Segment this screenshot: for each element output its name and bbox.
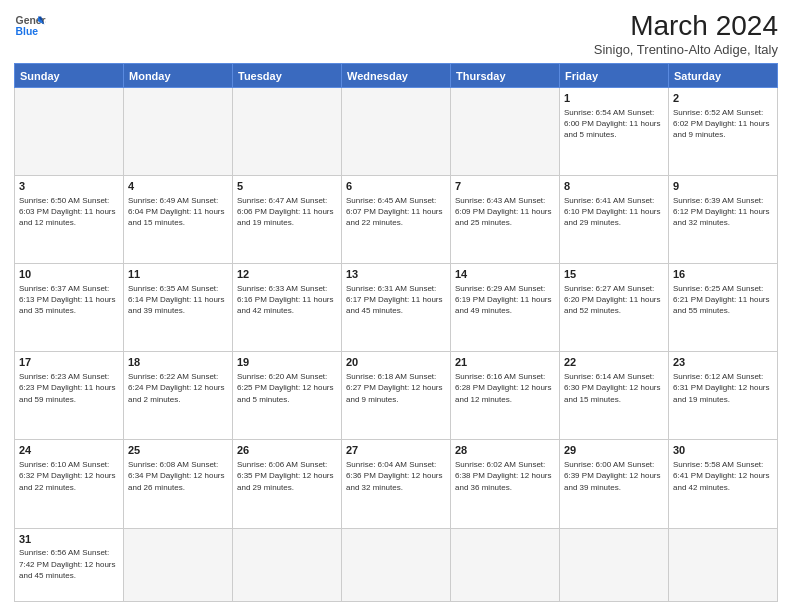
day-info: Sunrise: 6:06 AM Sunset: 6:35 PM Dayligh… [237, 459, 337, 493]
day-number: 11 [128, 267, 228, 282]
day-number: 31 [19, 532, 119, 547]
day-info: Sunrise: 6:39 AM Sunset: 6:12 PM Dayligh… [673, 195, 773, 229]
day-info: Sunrise: 6:23 AM Sunset: 6:23 PM Dayligh… [19, 371, 119, 405]
week-row-4: 24Sunrise: 6:10 AM Sunset: 6:32 PM Dayli… [15, 440, 778, 528]
day-number: 14 [455, 267, 555, 282]
calendar-cell: 19Sunrise: 6:20 AM Sunset: 6:25 PM Dayli… [233, 352, 342, 440]
svg-text:Blue: Blue [16, 26, 39, 37]
day-number: 7 [455, 179, 555, 194]
calendar-cell: 4Sunrise: 6:49 AM Sunset: 6:04 PM Daylig… [124, 176, 233, 264]
weekday-header-sunday: Sunday [15, 64, 124, 88]
day-info: Sunrise: 6:14 AM Sunset: 6:30 PM Dayligh… [564, 371, 664, 405]
calendar-cell [560, 528, 669, 601]
day-number: 16 [673, 267, 773, 282]
calendar-cell: 18Sunrise: 6:22 AM Sunset: 6:24 PM Dayli… [124, 352, 233, 440]
day-number: 3 [19, 179, 119, 194]
day-info: Sunrise: 6:54 AM Sunset: 6:00 PM Dayligh… [564, 107, 664, 141]
day-info: Sunrise: 6:02 AM Sunset: 6:38 PM Dayligh… [455, 459, 555, 493]
calendar-cell [451, 528, 560, 601]
weekday-header-row: SundayMondayTuesdayWednesdayThursdayFrid… [15, 64, 778, 88]
day-number: 12 [237, 267, 337, 282]
calendar-cell: 3Sunrise: 6:50 AM Sunset: 6:03 PM Daylig… [15, 176, 124, 264]
day-info: Sunrise: 6:20 AM Sunset: 6:25 PM Dayligh… [237, 371, 337, 405]
calendar-cell: 7Sunrise: 6:43 AM Sunset: 6:09 PM Daylig… [451, 176, 560, 264]
calendar-cell: 30Sunrise: 5:58 AM Sunset: 6:41 PM Dayli… [669, 440, 778, 528]
day-number: 24 [19, 443, 119, 458]
weekday-header-tuesday: Tuesday [233, 64, 342, 88]
logo: General Blue [14, 10, 46, 42]
calendar-cell: 27Sunrise: 6:04 AM Sunset: 6:36 PM Dayli… [342, 440, 451, 528]
calendar-cell: 6Sunrise: 6:45 AM Sunset: 6:07 PM Daylig… [342, 176, 451, 264]
week-row-3: 17Sunrise: 6:23 AM Sunset: 6:23 PM Dayli… [15, 352, 778, 440]
day-info: Sunrise: 6:18 AM Sunset: 6:27 PM Dayligh… [346, 371, 446, 405]
weekday-header-wednesday: Wednesday [342, 64, 451, 88]
calendar-cell: 12Sunrise: 6:33 AM Sunset: 6:16 PM Dayli… [233, 264, 342, 352]
day-info: Sunrise: 6:41 AM Sunset: 6:10 PM Dayligh… [564, 195, 664, 229]
calendar-cell: 9Sunrise: 6:39 AM Sunset: 6:12 PM Daylig… [669, 176, 778, 264]
week-row-5: 31Sunrise: 6:56 AM Sunset: 7:42 PM Dayli… [15, 528, 778, 601]
calendar-cell: 22Sunrise: 6:14 AM Sunset: 6:30 PM Dayli… [560, 352, 669, 440]
week-row-1: 3Sunrise: 6:50 AM Sunset: 6:03 PM Daylig… [15, 176, 778, 264]
calendar-cell: 28Sunrise: 6:02 AM Sunset: 6:38 PM Dayli… [451, 440, 560, 528]
day-number: 2 [673, 91, 773, 106]
day-info: Sunrise: 6:25 AM Sunset: 6:21 PM Dayligh… [673, 283, 773, 317]
calendar-cell: 26Sunrise: 6:06 AM Sunset: 6:35 PM Dayli… [233, 440, 342, 528]
week-row-2: 10Sunrise: 6:37 AM Sunset: 6:13 PM Dayli… [15, 264, 778, 352]
page: General Blue March 2024 Sinigo, Trentino… [0, 0, 792, 612]
title-block: March 2024 Sinigo, Trentino-Alto Adige, … [594, 10, 778, 57]
day-number: 18 [128, 355, 228, 370]
day-info: Sunrise: 6:37 AM Sunset: 6:13 PM Dayligh… [19, 283, 119, 317]
subtitle: Sinigo, Trentino-Alto Adige, Italy [594, 42, 778, 57]
calendar-cell: 16Sunrise: 6:25 AM Sunset: 6:21 PM Dayli… [669, 264, 778, 352]
calendar-cell [233, 528, 342, 601]
calendar-cell [124, 528, 233, 601]
calendar-cell: 1Sunrise: 6:54 AM Sunset: 6:00 PM Daylig… [560, 88, 669, 176]
day-number: 20 [346, 355, 446, 370]
calendar-cell: 17Sunrise: 6:23 AM Sunset: 6:23 PM Dayli… [15, 352, 124, 440]
header: General Blue March 2024 Sinigo, Trentino… [14, 10, 778, 57]
day-number: 19 [237, 355, 337, 370]
day-info: Sunrise: 6:16 AM Sunset: 6:28 PM Dayligh… [455, 371, 555, 405]
day-number: 9 [673, 179, 773, 194]
day-info: Sunrise: 6:29 AM Sunset: 6:19 PM Dayligh… [455, 283, 555, 317]
day-info: Sunrise: 6:00 AM Sunset: 6:39 PM Dayligh… [564, 459, 664, 493]
weekday-header-friday: Friday [560, 64, 669, 88]
calendar-cell: 24Sunrise: 6:10 AM Sunset: 6:32 PM Dayli… [15, 440, 124, 528]
day-info: Sunrise: 6:27 AM Sunset: 6:20 PM Dayligh… [564, 283, 664, 317]
calendar-cell [233, 88, 342, 176]
day-number: 30 [673, 443, 773, 458]
day-info: Sunrise: 6:47 AM Sunset: 6:06 PM Dayligh… [237, 195, 337, 229]
day-number: 27 [346, 443, 446, 458]
day-info: Sunrise: 6:12 AM Sunset: 6:31 PM Dayligh… [673, 371, 773, 405]
day-number: 22 [564, 355, 664, 370]
month-title: March 2024 [594, 10, 778, 42]
calendar-cell: 10Sunrise: 6:37 AM Sunset: 6:13 PM Dayli… [15, 264, 124, 352]
day-info: Sunrise: 6:45 AM Sunset: 6:07 PM Dayligh… [346, 195, 446, 229]
calendar-cell: 20Sunrise: 6:18 AM Sunset: 6:27 PM Dayli… [342, 352, 451, 440]
day-info: Sunrise: 6:22 AM Sunset: 6:24 PM Dayligh… [128, 371, 228, 405]
day-info: Sunrise: 6:50 AM Sunset: 6:03 PM Dayligh… [19, 195, 119, 229]
day-number: 10 [19, 267, 119, 282]
week-row-0: 1Sunrise: 6:54 AM Sunset: 6:00 PM Daylig… [15, 88, 778, 176]
day-info: Sunrise: 6:08 AM Sunset: 6:34 PM Dayligh… [128, 459, 228, 493]
calendar-cell: 11Sunrise: 6:35 AM Sunset: 6:14 PM Dayli… [124, 264, 233, 352]
calendar-cell [451, 88, 560, 176]
day-info: Sunrise: 6:10 AM Sunset: 6:32 PM Dayligh… [19, 459, 119, 493]
day-info: Sunrise: 6:49 AM Sunset: 6:04 PM Dayligh… [128, 195, 228, 229]
day-number: 21 [455, 355, 555, 370]
day-number: 8 [564, 179, 664, 194]
calendar-cell: 23Sunrise: 6:12 AM Sunset: 6:31 PM Dayli… [669, 352, 778, 440]
calendar-cell [124, 88, 233, 176]
calendar-cell [15, 88, 124, 176]
day-number: 25 [128, 443, 228, 458]
day-info: Sunrise: 5:58 AM Sunset: 6:41 PM Dayligh… [673, 459, 773, 493]
calendar-cell: 21Sunrise: 6:16 AM Sunset: 6:28 PM Dayli… [451, 352, 560, 440]
calendar-cell [342, 88, 451, 176]
day-info: Sunrise: 6:43 AM Sunset: 6:09 PM Dayligh… [455, 195, 555, 229]
day-number: 17 [19, 355, 119, 370]
calendar-cell: 29Sunrise: 6:00 AM Sunset: 6:39 PM Dayli… [560, 440, 669, 528]
day-info: Sunrise: 6:35 AM Sunset: 6:14 PM Dayligh… [128, 283, 228, 317]
calendar-cell: 5Sunrise: 6:47 AM Sunset: 6:06 PM Daylig… [233, 176, 342, 264]
day-number: 6 [346, 179, 446, 194]
calendar-cell: 2Sunrise: 6:52 AM Sunset: 6:02 PM Daylig… [669, 88, 778, 176]
